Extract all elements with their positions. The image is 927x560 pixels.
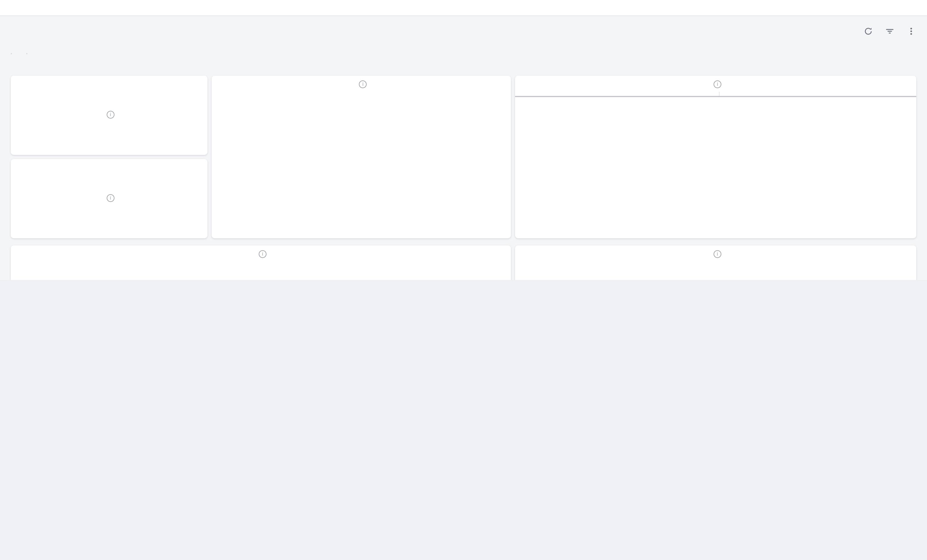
info-icon[interactable]: i (259, 250, 266, 258)
trend-col-cost-trend[interactable] (719, 92, 916, 96)
time-range-chips (11, 53, 12, 54)
projected-cost-card: i (11, 159, 207, 238)
filter-icon[interactable] (884, 26, 895, 36)
info-icon[interactable]: i (359, 80, 367, 88)
breadcrumb (0, 0, 927, 16)
trend-col-product[interactable] (515, 92, 719, 96)
cost-type-filter (26, 44, 27, 71)
cost-by-gcp-accounts-card: i (211, 76, 511, 238)
top-cost-trend-card: i (515, 76, 916, 238)
cost-type-chips (26, 53, 27, 54)
historical-forecast-card: i (11, 246, 511, 280)
info-icon[interactable]: i (714, 80, 721, 88)
dashboard-page: i i i (0, 0, 927, 280)
kebab-menu-icon[interactable] (906, 26, 916, 36)
trend-table-header (515, 92, 916, 97)
time-range-filter (11, 44, 12, 71)
total-cost-card: i (11, 76, 207, 155)
refresh-icon[interactable] (863, 26, 873, 36)
current-vs-last-card: i (515, 246, 916, 280)
info-icon[interactable]: i (714, 250, 721, 258)
info-icon[interactable]: i (107, 194, 114, 202)
info-icon[interactable]: i (107, 111, 114, 118)
